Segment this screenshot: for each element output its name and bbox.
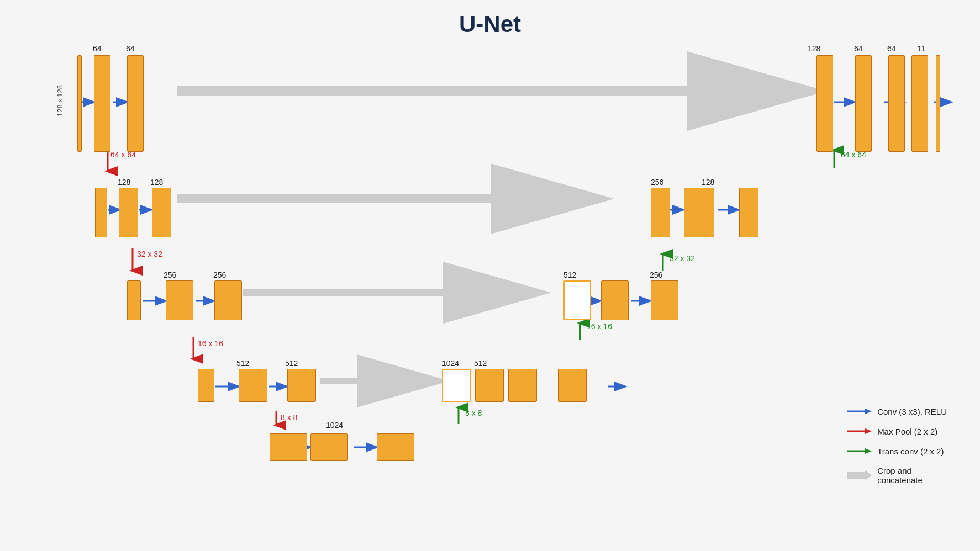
r2-label-256: 256 bbox=[651, 178, 663, 187]
r1-block4 bbox=[911, 55, 928, 152]
r2-block2 bbox=[684, 188, 714, 237]
legend-gray-label: Crop andconcatenate bbox=[877, 466, 923, 485]
l4-block1 bbox=[198, 369, 214, 402]
r3-label-256: 256 bbox=[650, 271, 662, 279]
r3-label-512: 512 bbox=[563, 271, 576, 279]
r4-block3 bbox=[558, 369, 587, 402]
legend-red-label: Max Pool (2 x 2) bbox=[877, 427, 937, 436]
l1-label-64b: 64 bbox=[126, 44, 135, 53]
l1-label-64a: 64 bbox=[93, 44, 102, 53]
legend-gray: Crop andconcatenate bbox=[847, 466, 947, 485]
l3-down-label: 32 x 32 bbox=[137, 250, 162, 258]
l5-down-label: 8 x 8 bbox=[281, 413, 297, 422]
r4-block1 bbox=[475, 369, 504, 402]
l5-block2 bbox=[310, 433, 348, 461]
r4-block2 bbox=[508, 369, 537, 402]
l2-label-128b: 128 bbox=[150, 178, 163, 187]
legend-green-label: Trans conv (2 x 2) bbox=[877, 447, 944, 456]
l4-block2 bbox=[239, 369, 267, 402]
l3-block3 bbox=[214, 280, 242, 320]
diagram-container: U-Net bbox=[0, 0, 980, 551]
l4-label-512a: 512 bbox=[236, 359, 249, 368]
r4-label-1024: 1024 bbox=[442, 359, 459, 368]
l2-label-128a: 128 bbox=[118, 178, 130, 187]
l5-label-1024: 1024 bbox=[326, 421, 343, 430]
l2-block3 bbox=[152, 188, 171, 237]
r3-block2 bbox=[651, 280, 678, 320]
svg-rect-37 bbox=[847, 472, 865, 479]
r4-label-512: 512 bbox=[474, 359, 487, 368]
r1-block2 bbox=[855, 55, 872, 152]
r2-block3 bbox=[739, 188, 758, 237]
l4-block3 bbox=[287, 369, 316, 402]
legend-red: Max Pool (2 x 2) bbox=[847, 426, 947, 436]
l2-block2 bbox=[119, 188, 138, 237]
page-title: U-Net bbox=[459, 11, 521, 38]
svg-marker-36 bbox=[865, 448, 872, 454]
l1-block2 bbox=[127, 55, 144, 152]
legend-blue-label: Conv (3 x3), RELU bbox=[877, 407, 947, 416]
r2-up-label: 32 x 32 bbox=[670, 254, 695, 263]
r1-label-64a: 64 bbox=[854, 44, 863, 53]
l3-label-256b: 256 bbox=[213, 271, 226, 279]
l1-size-label: 128 x 128 bbox=[56, 85, 64, 116]
r4-block-outline bbox=[442, 369, 471, 402]
r2-block1 bbox=[651, 188, 670, 237]
svg-marker-38 bbox=[865, 470, 872, 480]
l4-down-label: 16 x 16 bbox=[198, 339, 223, 348]
legend: Conv (3 x3), RELU Max Pool (2 x 2) Trans… bbox=[847, 406, 947, 485]
r4-up-label: 8 x 8 bbox=[465, 409, 482, 417]
r1-label-128: 128 bbox=[808, 44, 820, 53]
r3-block-outline bbox=[563, 280, 591, 320]
legend-blue: Conv (3 x3), RELU bbox=[847, 406, 947, 416]
svg-marker-32 bbox=[865, 409, 872, 414]
r1-block1 bbox=[816, 55, 833, 152]
input-bar bbox=[77, 55, 82, 152]
l1-block1 bbox=[94, 55, 110, 152]
legend-green: Trans conv (2 x 2) bbox=[847, 446, 947, 456]
r3-block1 bbox=[601, 280, 629, 320]
r1-label-11: 11 bbox=[917, 44, 926, 53]
output-bar bbox=[936, 55, 940, 152]
l3-block1 bbox=[127, 280, 141, 320]
l5-block3 bbox=[377, 433, 414, 461]
l3-label-256a: 256 bbox=[164, 271, 176, 279]
l3-block2 bbox=[166, 280, 193, 320]
r2-label-128: 128 bbox=[702, 178, 714, 187]
l4-label-512b: 512 bbox=[285, 359, 298, 368]
l2-down-label: 64 x 64 bbox=[110, 150, 136, 159]
l2-block1 bbox=[95, 188, 107, 237]
r1-label-64b: 64 bbox=[887, 44, 896, 53]
r3-up-label: 16 x 16 bbox=[587, 322, 612, 331]
svg-marker-34 bbox=[865, 428, 872, 434]
l5-block1 bbox=[270, 433, 307, 461]
r1-block3 bbox=[888, 55, 905, 152]
